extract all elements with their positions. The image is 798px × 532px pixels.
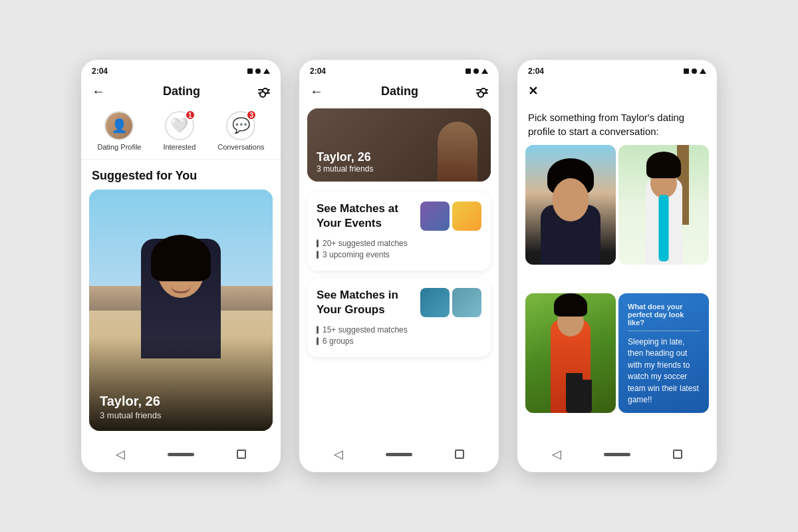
answer-text: Sleeping in late, then heading out with …	[628, 336, 700, 406]
conversations-icon-wrap: 💬 3	[226, 111, 255, 140]
nav-back-1[interactable]: ◁	[116, 447, 125, 462]
tab-label-interested: Interested	[163, 143, 196, 151]
photo2-mat	[659, 195, 669, 261]
signal-icon-1	[247, 68, 253, 74]
header-title-2: Dating	[381, 84, 418, 98]
interested-icon-wrap: 🤍 1	[165, 111, 194, 140]
conversations-badge: 3	[246, 110, 257, 120]
events-stat-2: 3 upcoming events	[317, 250, 414, 259]
header-2: ← Dating	[299, 80, 499, 106]
groups-stat-2: 6 groups	[317, 336, 414, 346]
signal-icon-2	[466, 68, 471, 74]
wifi-icon-1	[255, 68, 261, 74]
stat-bar-3	[317, 326, 319, 334]
tab-interested[interactable]: 🤍 1 Interested	[163, 111, 196, 151]
qa-card-content: What does your perfect day look like? Sl…	[628, 303, 700, 406]
photo-cell-qa[interactable]: What does your perfect day look like? Sl…	[618, 293, 709, 413]
photo-cell-3[interactable]	[525, 293, 616, 413]
status-bar-2: 2:04	[299, 60, 499, 80]
stat-bar-1	[317, 239, 319, 247]
groups-thumb-2	[452, 288, 481, 317]
home-pill-2[interactable]	[386, 453, 412, 456]
photo-cell-2[interactable]	[618, 145, 709, 265]
status-bar-3: 2:04	[517, 60, 717, 80]
hero-mutual: 3 mutual friends	[317, 164, 373, 174]
header-3: ✕	[517, 80, 717, 101]
wifi-icon-3	[692, 68, 697, 74]
groups-stat-label-2: 6 groups	[323, 336, 354, 346]
nav-back-2[interactable]: ◁	[334, 447, 343, 462]
groups-stat-label-1: 15+ suggested matches	[323, 325, 408, 334]
groups-thumb-1	[420, 288, 450, 317]
status-bar-1: 2:04	[81, 60, 281, 80]
tabs-row-1: 👤 Dating Profile 🤍 1 Interested 💬 3	[81, 106, 281, 160]
settings-line-3	[476, 89, 488, 90]
events-thumb-1	[420, 201, 450, 231]
groups-card-title: See Matches in Your Groups	[317, 288, 414, 317]
hero-info: Taylor, 26 3 mutual friends	[317, 150, 373, 174]
match-hero[interactable]: Taylor, 26 3 mutual friends	[307, 108, 491, 182]
events-stat-label-2: 3 upcoming events	[323, 250, 390, 259]
settings-line-2	[258, 92, 270, 94]
suggested-title: Suggested for You	[81, 160, 281, 190]
settings-icon-1[interactable]	[258, 89, 270, 94]
groups-card[interactable]: See Matches in Your Groups 15+ suggested…	[307, 279, 491, 357]
nav-square-1[interactable]	[237, 450, 246, 459]
groups-card-text: See Matches in Your Groups 15+ suggested…	[317, 288, 414, 348]
profile-card[interactable]: Taylor, 26 3 mutual friends	[89, 190, 273, 431]
status-time-3: 2:04	[528, 66, 544, 76]
photo-cell-1[interactable]	[525, 145, 616, 265]
battery-icon-2	[481, 68, 488, 74]
conversation-prompt: Pick something from Taylor's dating prof…	[517, 101, 717, 145]
bottom-nav-3: ◁	[517, 439, 717, 472]
photo3-leg2	[575, 380, 592, 413]
status-icons-2	[466, 68, 488, 74]
signal-icon-3	[684, 68, 689, 74]
bottom-nav-1: ◁	[81, 439, 281, 472]
nav-back-3[interactable]: ◁	[552, 447, 561, 462]
profile-mutual: 3 mutual friends	[100, 410, 162, 420]
settings-line-4	[476, 92, 488, 94]
events-stat-label-1: 20+ suggested matches	[323, 239, 408, 248]
avatar-icon: 👤	[106, 112, 132, 139]
nav-square-2[interactable]	[455, 450, 464, 459]
hero-name: Taylor, 26	[317, 150, 373, 164]
events-card-title: See Matches at Your Events	[317, 201, 414, 231]
back-button-1[interactable]: ←	[92, 84, 105, 99]
settings-icon-2[interactable]	[476, 89, 488, 94]
status-icons-1	[247, 68, 270, 74]
wifi-icon-2	[473, 68, 479, 74]
events-card-images	[420, 201, 481, 231]
tab-conversations[interactable]: 💬 3 Conversations	[217, 111, 264, 151]
status-time-1: 2:04	[92, 66, 108, 76]
groups-card-stats: 15+ suggested matches 6 groups	[317, 325, 414, 346]
bottom-nav-2: ◁	[299, 439, 499, 472]
events-card[interactable]: See Matches at Your Events 20+ suggested…	[307, 192, 491, 271]
photo3-hair	[554, 293, 587, 317]
groups-card-images	[420, 288, 481, 317]
settings-line-1	[258, 89, 270, 90]
back-button-2[interactable]: ←	[310, 84, 323, 99]
home-pill-3[interactable]	[604, 453, 630, 456]
phone-2: 2:04 ← Dating Taylor, 26 3 mutual	[299, 60, 499, 472]
photo2-hair	[646, 152, 681, 178]
tab-label-dating-profile: Dating Profile	[97, 143, 141, 151]
events-thumb-2	[452, 201, 481, 231]
home-pill-1[interactable]	[168, 453, 194, 456]
phone-3: 2:04 ✕ Pick something from Taylor's dati…	[517, 60, 717, 472]
question-label: What does your perfect day look like?	[628, 303, 700, 331]
profile-name: Taylor, 26	[100, 394, 162, 409]
header-1: ← Dating	[81, 80, 281, 106]
phone-1: 2:04 ← Dating 👤	[81, 60, 281, 472]
stat-bar-4	[317, 337, 319, 345]
photos-grid: What does your perfect day look like? Sl…	[525, 145, 709, 439]
interested-badge: 1	[185, 110, 196, 120]
status-icons-3	[684, 68, 706, 74]
profile-info: Taylor, 26 3 mutual friends	[100, 394, 162, 420]
nav-square-3[interactable]	[673, 450, 682, 459]
close-button[interactable]: ✕	[528, 84, 538, 98]
events-stat-1: 20+ suggested matches	[317, 239, 414, 248]
phones-container: 2:04 ← Dating 👤	[55, 33, 743, 499]
events-card-stats: 20+ suggested matches 3 upcoming events	[317, 239, 414, 259]
tab-dating-profile[interactable]: 👤 Dating Profile	[97, 111, 141, 151]
